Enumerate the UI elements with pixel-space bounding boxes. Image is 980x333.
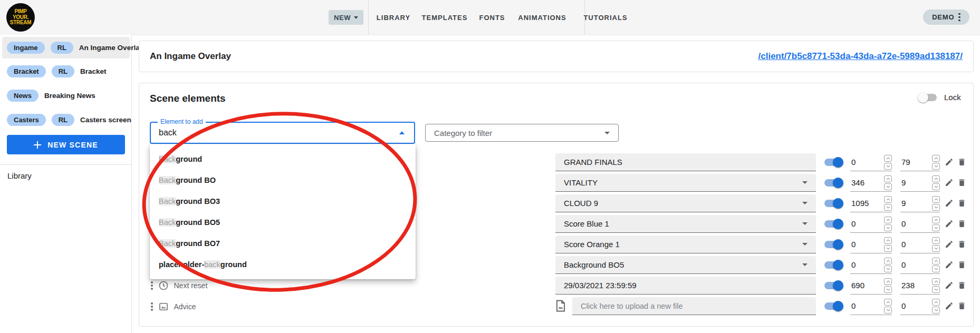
dropdown-option-background-bo7[interactable]: Background BO7 xyxy=(150,233,416,254)
dropdown-option-placeholder-background[interactable]: placeholder-background xyxy=(150,254,416,275)
visibility-toggle[interactable] xyxy=(824,241,842,248)
visibility-toggle[interactable] xyxy=(824,282,842,289)
visibility-toggle[interactable] xyxy=(824,220,842,228)
spin-down-button[interactable] xyxy=(884,204,892,211)
x-position-input[interactable]: 0 xyxy=(850,236,892,253)
lock-toggle[interactable] xyxy=(919,94,937,101)
y-position-input[interactable]: 0 xyxy=(900,297,940,315)
visibility-toggle[interactable] xyxy=(824,179,842,187)
spin-up-button[interactable] xyxy=(884,278,892,285)
edit-button[interactable] xyxy=(945,158,954,167)
element-value-select[interactable]: VITALITY xyxy=(555,174,816,192)
category-filter-select[interactable]: Category to filter xyxy=(425,124,619,142)
y-position-input[interactable]: 79 xyxy=(900,153,940,171)
spin-up-button[interactable] xyxy=(884,196,892,203)
spin-down-button[interactable] xyxy=(884,224,892,231)
spin-down-button[interactable] xyxy=(932,183,940,190)
nav-animations[interactable]: ANIMATIONS xyxy=(518,0,566,35)
element-value-select[interactable]: Background BO5 xyxy=(555,256,816,274)
visibility-toggle[interactable] xyxy=(824,159,842,166)
delete-button[interactable] xyxy=(957,178,967,188)
spin-down-button[interactable] xyxy=(932,163,940,170)
x-position-input[interactable]: 1095 xyxy=(850,194,892,212)
sidebar-item-breaking-news[interactable]: News Breaking News xyxy=(2,85,130,106)
spin-down-button[interactable] xyxy=(932,307,940,314)
new-scene-button[interactable]: NEW SCENE xyxy=(7,135,125,154)
delete-button[interactable] xyxy=(957,199,967,208)
x-position-input[interactable]: 690 xyxy=(850,277,892,295)
sidebar-item-bracket[interactable]: Bracket RL Bracket xyxy=(2,61,130,82)
edit-button[interactable] xyxy=(945,240,954,249)
spin-down-button[interactable] xyxy=(932,286,940,293)
dropdown-option-background[interactable]: Background xyxy=(150,149,416,170)
spin-up-button[interactable] xyxy=(884,217,892,223)
demo-account-button[interactable]: DEMO xyxy=(923,9,969,25)
element-value-select[interactable]: Score Blue 1 xyxy=(555,215,816,233)
y-position-input[interactable]: 0 xyxy=(900,215,940,233)
x-position-input[interactable]: 0 xyxy=(850,297,892,315)
delete-button[interactable] xyxy=(957,301,967,311)
spin-down-button[interactable] xyxy=(932,245,940,252)
nav-tutorials[interactable]: TUTORIALS xyxy=(583,0,627,35)
y-position-input[interactable]: 0 xyxy=(900,256,940,274)
dropdown-option-background-bo5[interactable]: Background BO5 xyxy=(150,212,416,233)
upload-file-field[interactable]: Click here to upload a new file xyxy=(572,297,816,315)
edit-button[interactable] xyxy=(945,219,954,229)
dropdown-option-background-bo3[interactable]: Background BO3 xyxy=(150,191,416,212)
spin-up-button[interactable] xyxy=(932,299,940,306)
client-overlay-link[interactable]: /client/7b5c8771-53da-43da-a72e-5989ad13… xyxy=(758,41,963,72)
visibility-toggle[interactable] xyxy=(824,261,842,269)
y-position-input[interactable]: 238 xyxy=(900,277,940,295)
spin-up-button[interactable] xyxy=(884,237,892,244)
visibility-toggle[interactable] xyxy=(824,302,842,310)
spin-up-button[interactable] xyxy=(932,237,940,244)
spin-up-button[interactable] xyxy=(932,175,940,182)
spin-up-button[interactable] xyxy=(884,299,892,306)
spin-down-button[interactable] xyxy=(884,307,892,314)
element-value-field[interactable]: 29/03/2021 23:59:59 xyxy=(555,277,816,295)
spin-down-button[interactable] xyxy=(932,224,940,231)
spin-down-button[interactable] xyxy=(884,286,892,293)
spin-down-button[interactable] xyxy=(884,163,892,170)
y-position-input[interactable]: 9 xyxy=(900,194,940,212)
drag-handle-icon[interactable] xyxy=(151,281,153,290)
new-button[interactable]: NEW xyxy=(329,10,363,25)
edit-button[interactable] xyxy=(945,199,954,208)
spin-down-button[interactable] xyxy=(932,266,940,272)
delete-button[interactable] xyxy=(957,158,967,167)
nav-library[interactable]: LIBRARY xyxy=(377,0,410,35)
delete-button[interactable] xyxy=(957,219,967,229)
nav-fonts[interactable]: FONTS xyxy=(479,0,505,35)
spin-up-button[interactable] xyxy=(932,278,940,285)
spin-up-button[interactable] xyxy=(884,155,892,162)
element-value-select[interactable]: Score Orange 1 xyxy=(555,236,816,253)
drag-handle-icon[interactable] xyxy=(151,302,153,311)
sidebar-item-casters-screen[interactable]: Casters RL Casters screen xyxy=(2,109,130,131)
delete-button[interactable] xyxy=(957,260,967,270)
y-position-input[interactable]: 9 xyxy=(900,174,940,192)
spin-down-button[interactable] xyxy=(884,266,892,272)
x-position-input[interactable]: 346 xyxy=(850,174,892,192)
edit-button[interactable] xyxy=(945,281,954,290)
nav-templates[interactable]: TEMPLATES xyxy=(422,0,468,35)
spin-up-button[interactable] xyxy=(932,217,940,223)
chevron-up-icon[interactable] xyxy=(399,131,405,134)
spin-up-button[interactable] xyxy=(932,196,940,203)
spin-up-button[interactable] xyxy=(932,258,940,265)
element-to-add-combobox[interactable]: Element to add back xyxy=(150,122,415,144)
visibility-toggle[interactable] xyxy=(824,200,842,207)
spin-down-button[interactable] xyxy=(884,183,892,190)
edit-button[interactable] xyxy=(945,260,954,270)
y-position-input[interactable]: 0 xyxy=(900,236,940,253)
app-logo[interactable]: PIMP YOUR. STREAM xyxy=(6,3,35,32)
sidebar-item-ingame-overlay[interactable]: Ingame RL An Ingame Overlay xyxy=(2,37,130,58)
x-position-input[interactable]: 0 xyxy=(850,256,892,274)
delete-button[interactable] xyxy=(957,240,967,249)
spin-down-button[interactable] xyxy=(932,204,940,211)
spin-up-button[interactable] xyxy=(884,258,892,265)
dropdown-option-background-bo[interactable]: Background BO xyxy=(150,170,416,191)
spin-up-button[interactable] xyxy=(932,155,940,162)
element-value-field[interactable]: GRAND FINALS xyxy=(555,153,816,171)
spin-up-button[interactable] xyxy=(884,175,892,182)
x-position-input[interactable]: 0 xyxy=(850,215,892,233)
